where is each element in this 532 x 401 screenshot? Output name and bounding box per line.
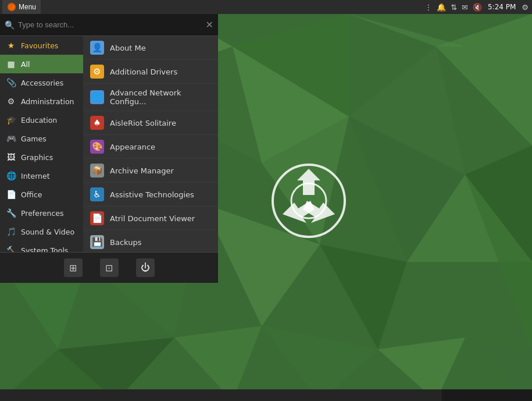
cat-label-games: Games <box>21 134 47 143</box>
menu-bottom-bar: ⊞ ⊡ ⏻ <box>0 252 218 283</box>
cat-label-administration: Administration <box>21 97 74 106</box>
app-item-additional-drivers[interactable]: ⚙ Additional Drivers <box>83 60 218 84</box>
menu-label: Menu <box>19 3 36 11</box>
settings-icon[interactable]: ⚙ <box>520 3 530 12</box>
svg-marker-28 <box>297 169 320 195</box>
cat-label-sound-video: Sound & Video <box>21 228 74 236</box>
search-input[interactable] <box>18 20 206 29</box>
sidebar-item-internet[interactable]: 🌐 Internet <box>0 166 83 185</box>
network-icon[interactable]: ⇅ <box>449 3 458 12</box>
cat-icon-education: 🎓 <box>6 115 16 125</box>
app-label-additional-drivers: Additional Drivers <box>110 68 177 76</box>
cat-icon-games: 🎮 <box>6 133 16 144</box>
sidebar-item-all[interactable]: ▦ All <box>0 55 83 73</box>
cat-label-favourites: Favourites <box>21 41 58 50</box>
top-taskbar: Menu ⋮ 🔔 ⇅ ✉ 🔇 5:24 PM ⚙ <box>0 0 532 14</box>
app-label-advanced-network: Advanced Network Configu... <box>110 88 211 106</box>
cat-icon-all: ▦ <box>6 59 16 69</box>
app-item-assistive-tech[interactable]: ♿ Assistive Technologies <box>83 183 218 207</box>
category-list: ★ Favourites ▦ All 📎 Accessories ⚙ Admin… <box>0 36 83 252</box>
app-label-appearance: Appearance <box>110 143 155 151</box>
sidebar-item-administration[interactable]: ⚙ Administration <box>0 92 83 111</box>
app-label-assistive-tech: Assistive Technologies <box>110 190 194 199</box>
app-icon-archive-manager: 📦 <box>90 164 104 178</box>
taskbar-right: ⋮ 🔔 ⇅ ✉ 🔇 5:24 PM ⚙ <box>423 3 530 12</box>
firefox-icon <box>7 2 16 12</box>
power-button[interactable]: ⏻ <box>136 258 155 277</box>
cat-icon-graphics: 🖼 <box>6 152 16 162</box>
sidebar-item-graphics[interactable]: 🖼 Graphics <box>0 148 83 166</box>
app-item-aisleriot[interactable]: ♠ AisleRiot Solitaire <box>83 111 218 135</box>
cat-icon-favourites: ★ <box>6 40 16 51</box>
cat-label-internet: Internet <box>21 172 50 180</box>
cat-icon-office: 📄 <box>6 189 16 200</box>
cat-label-office: Office <box>21 190 42 199</box>
search-icon: 🔍 <box>5 20 15 30</box>
app-label-backups: Backups <box>110 238 141 247</box>
sidebar-item-preferences[interactable]: 🔧 Preferences <box>0 204 83 222</box>
app-icon-atril: 📄 <box>90 211 104 225</box>
volume-icon[interactable]: 🔇 <box>472 3 483 12</box>
desktop: Menu ⋮ 🔔 ⇅ ✉ 🔇 5:24 PM ⚙ 🔍 ✕ ★ Favourite… <box>0 0 532 401</box>
switch-user-button[interactable]: ⊡ <box>100 258 119 277</box>
cat-label-preferences: Preferences <box>21 209 64 218</box>
menu-content: ★ Favourites ▦ All 📎 Accessories ⚙ Admin… <box>0 36 218 252</box>
sidebar-item-favourites[interactable]: ★ Favourites <box>0 36 83 55</box>
app-menu: 🔍 ✕ ★ Favourites ▦ All 📎 Accessories ⚙ A… <box>0 14 218 283</box>
app-icon-additional-drivers: ⚙ <box>90 65 104 79</box>
app-item-atril[interactable]: 📄 Atril Document Viewer <box>83 207 218 230</box>
app-item-about-me[interactable]: 👤 About Me <box>83 36 218 60</box>
cat-icon-accessories: 📎 <box>6 77 16 88</box>
notification-icon[interactable]: ⋮ <box>423 3 433 12</box>
sidebar-item-accessories[interactable]: 📎 Accessories <box>0 73 83 92</box>
app-icon-aisleriot: ♠ <box>90 116 104 130</box>
app-item-advanced-network[interactable]: 🌐 Advanced Network Configu... <box>83 84 218 111</box>
bottom-taskbar-left <box>0 389 442 401</box>
lock-screen-button[interactable]: ⊞ <box>64 258 83 277</box>
app-icon-assistive-tech: ♿ <box>90 187 104 201</box>
desktop-logo <box>271 163 347 239</box>
cat-label-graphics: Graphics <box>21 153 53 162</box>
sidebar-item-games[interactable]: 🎮 Games <box>0 129 83 148</box>
clock: 5:24 PM <box>485 3 518 11</box>
app-label-aisleriot: AisleRiot Solitaire <box>110 119 176 127</box>
search-bar: 🔍 ✕ <box>0 14 218 36</box>
app-label-about-me: About Me <box>110 44 146 52</box>
app-item-archive-manager[interactable]: 📦 Archive Manager <box>83 159 218 183</box>
app-label-atril: Atril Document Viewer <box>110 214 195 223</box>
sidebar-item-system-tools[interactable]: 🔨 System Tools <box>0 241 83 252</box>
bottom-taskbar <box>0 389 532 401</box>
bell-icon[interactable]: 🔔 <box>435 3 447 12</box>
app-icon-appearance: 🎨 <box>90 140 104 154</box>
cat-label-accessories: Accessories <box>21 79 63 87</box>
cat-label-education: Education <box>21 116 57 125</box>
cat-label-system-tools: System Tools <box>21 246 68 253</box>
app-item-backups[interactable]: 💾 Backups <box>83 230 218 252</box>
cat-icon-sound-video: 🎵 <box>6 226 16 237</box>
sidebar-item-sound-video[interactable]: 🎵 Sound & Video <box>0 222 83 241</box>
sidebar-item-office[interactable]: 📄 Office <box>0 185 83 204</box>
cat-icon-system-tools: 🔨 <box>6 245 16 252</box>
cat-icon-administration: ⚙ <box>6 96 16 107</box>
search-clear-button[interactable]: ✕ <box>206 19 213 30</box>
svg-marker-30 <box>283 201 315 223</box>
app-item-appearance[interactable]: 🎨 Appearance <box>83 135 218 159</box>
taskbar-left: Menu <box>2 0 41 14</box>
app-icon-backups: 💾 <box>90 235 104 249</box>
mail-icon[interactable]: ✉ <box>460 3 469 12</box>
app-icon-advanced-network: 🌐 <box>90 90 104 104</box>
menu-button[interactable]: Menu <box>2 0 41 14</box>
cat-label-all: All <box>21 60 30 69</box>
app-label-archive-manager: Archive Manager <box>110 166 174 175</box>
app-icon-about-me: 👤 <box>90 41 104 55</box>
bottom-taskbar-right <box>442 389 532 401</box>
app-list: 👤 About Me ⚙ Additional Drivers 🌐 Advanc… <box>83 36 218 252</box>
cat-icon-preferences: 🔧 <box>6 208 16 218</box>
cat-icon-internet: 🌐 <box>6 171 16 181</box>
sidebar-item-education[interactable]: 🎓 Education <box>0 111 83 129</box>
